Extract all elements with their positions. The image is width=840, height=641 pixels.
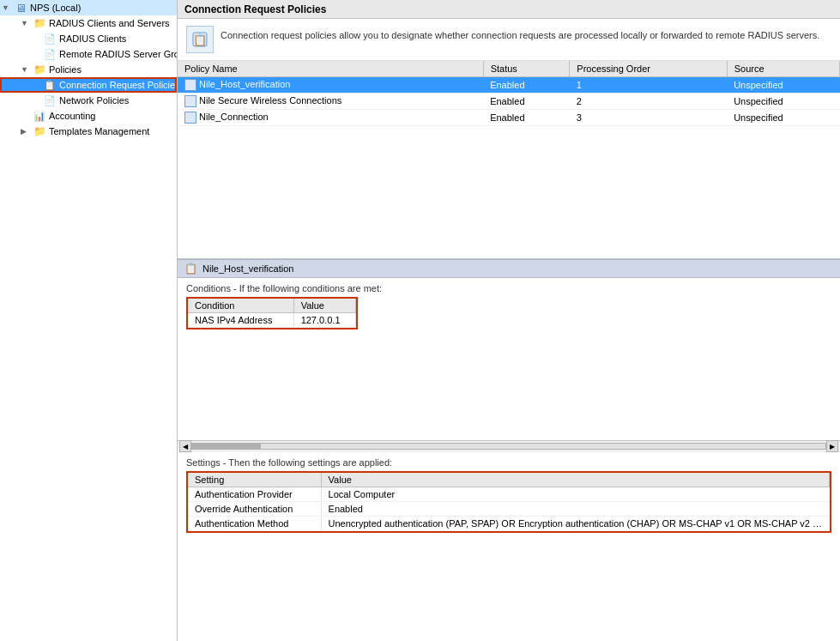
policy-name-cell: Nile Secure Wireless Connections: [178, 94, 483, 110]
sidebar-item-label: Policies: [49, 64, 82, 75]
upper-panel: 📋 Connection request policies allow you …: [178, 19, 840, 259]
scroll-thumb[interactable]: [192, 444, 261, 449]
folder-icon: 📁: [33, 124, 46, 138]
settings-header-row: Setting Value: [188, 473, 830, 487]
lower-area: 📋 Nile_Host_verification Conditions - If…: [178, 259, 840, 641]
computer-icon: 🖥: [14, 1, 27, 15]
order-cell: 1: [570, 77, 727, 94]
scroll-right-btn[interactable]: ▶: [826, 440, 838, 452]
source-cell: Unspecified: [727, 94, 839, 110]
policy-icon: 📋: [43, 78, 57, 92]
table-row[interactable]: Nile Secure Wireless ConnectionsEnabled2…: [178, 94, 840, 110]
settings-section: Settings - Then the following settings a…: [178, 452, 840, 538]
sidebar-item-connection-request-policies[interactable]: 📋 Connection Request Policies: [0, 77, 177, 93]
setting-row: Authentication MethodUnencrypted authent…: [188, 516, 830, 530]
settings-label: Settings - Then the following settings a…: [186, 457, 831, 468]
conditions-table-wrapper: Condition Value NAS IPv4 Address127.0.0.…: [186, 297, 358, 330]
status-cell: Enabled: [483, 110, 570, 126]
policy-section-icon: 📋: [184, 263, 197, 275]
policies-table-container[interactable]: Policy Name Status Processing Order Sour…: [178, 61, 840, 258]
settings-table: Setting Value Authentication ProviderLoc…: [188, 473, 830, 531]
content-area: Connection Request Policies 📋 Connection…: [178, 0, 840, 641]
conditions-scroll-area[interactable]: [178, 336, 840, 440]
bottom-padding: [178, 538, 840, 642]
info-description: Connection request policies allow you to…: [221, 26, 819, 42]
sidebar-item-accounting[interactable]: 📊 Accounting: [0, 108, 177, 124]
item-icon: 📄: [43, 47, 57, 61]
conditions-table: Condition Value NAS IPv4 Address127.0.0.…: [188, 299, 356, 328]
policy-name-cell: Nile_Connection: [178, 110, 483, 126]
col-policy-name: Policy Name: [178, 61, 483, 77]
setting-cell: Authentication Provider: [188, 487, 321, 501]
sidebar-item-nps-local[interactable]: ▼ 🖥 NPS (Local): [0, 0, 177, 15]
sidebar-item-label: Accounting: [49, 111, 95, 121]
setting-row: Override AuthenticationEnabled: [188, 501, 830, 516]
sidebar-item-network-policies[interactable]: 📄 Network Policies: [0, 93, 177, 108]
condition-value-cell: 127.0.0.1: [293, 313, 355, 328]
info-bar: 📋 Connection request policies allow you …: [178, 19, 840, 61]
sidebar-item-templates-management[interactable]: ▶ 📁 Templates Management: [0, 124, 177, 139]
sidebar-item-label: NPS (Local): [30, 3, 81, 13]
content-title: Connection Request Policies: [184, 3, 326, 15]
selected-policy-header: 📋 Nile_Host_verification: [178, 259, 840, 278]
scroll-left-btn[interactable]: ◀: [179, 440, 191, 452]
sidebar-item-label: Network Policies: [59, 95, 129, 106]
policy-row-icon: [184, 112, 196, 124]
status-cell: Enabled: [483, 77, 570, 94]
item-icon: 📄: [43, 32, 57, 45]
sidebar-item-label: RADIUS Clients: [59, 33, 126, 44]
table-row[interactable]: Nile_ConnectionEnabled3Unspecified: [178, 110, 840, 126]
sidebar-item-label: Templates Management: [49, 126, 149, 136]
sidebar-item-radius-clients[interactable]: 📄 RADIUS Clients: [0, 31, 177, 46]
sidebar-item-policies[interactable]: ▼ 📁 Policies: [0, 62, 177, 77]
setting-value-cell: Unencrypted authentication (PAP, SPAP) O…: [321, 516, 829, 530]
conditions-col-condition: Condition: [188, 299, 293, 313]
sidebar-item-label: RADIUS Clients and Servers: [49, 18, 170, 28]
accounting-icon: 📊: [33, 109, 46, 123]
conditions-col-value: Value: [293, 299, 355, 313]
svg-text:📋: 📋: [193, 33, 208, 47]
info-icon: 📋: [186, 26, 214, 53]
setting-cell: Override Authentication: [188, 501, 321, 516]
sidebar: ▼ 🖥 NPS (Local) ▼ 📁 RADIUS Clients and S…: [0, 0, 178, 641]
policy-row-icon: [184, 95, 196, 107]
sidebar-item-label: Remote RADIUS Server Groups: [59, 49, 178, 59]
sidebar-item-radius-clients-servers[interactable]: ▼ 📁 RADIUS Clients and Servers: [0, 15, 177, 31]
setting-value-cell: Local Computer: [321, 487, 829, 501]
policies-table: Policy Name Status Processing Order Sour…: [178, 61, 840, 126]
setting-cell: Authentication Method: [188, 516, 321, 530]
sidebar-item-label: Connection Request Policies: [59, 80, 178, 90]
source-cell: Unspecified: [727, 77, 839, 94]
table-row[interactable]: Nile_Host_verificationEnabled1Unspecifie…: [178, 77, 840, 94]
folder-icon: 📁: [33, 16, 46, 30]
conditions-header-row: Condition Value: [188, 299, 356, 313]
settings-table-wrapper: Setting Value Authentication ProviderLoc…: [186, 471, 831, 533]
settings-col-value: Value: [321, 473, 829, 487]
order-cell: 2: [570, 94, 727, 110]
col-status: Status: [483, 61, 570, 77]
scroll-track[interactable]: [191, 443, 826, 450]
setting-row: Authentication ProviderLocal Computer: [188, 487, 830, 501]
status-cell: Enabled: [483, 94, 570, 110]
horizontal-scrollbar[interactable]: ◀ ▶: [178, 440, 840, 452]
settings-col-setting: Setting: [188, 473, 321, 487]
table-header-row: Policy Name Status Processing Order Sour…: [178, 61, 840, 77]
sidebar-item-remote-radius[interactable]: 📄 Remote RADIUS Server Groups: [0, 46, 177, 62]
folder-icon: 📁: [33, 63, 46, 76]
col-processing-order: Processing Order: [570, 61, 727, 77]
policy-name-cell: Nile_Host_verification: [178, 77, 483, 94]
conditions-label: Conditions - If the following conditions…: [186, 283, 831, 293]
condition-cell: NAS IPv4 Address: [188, 313, 293, 328]
selected-policy-name: Nile_Host_verification: [202, 263, 293, 274]
source-cell: Unspecified: [727, 110, 839, 126]
content-header: Connection Request Policies: [178, 0, 840, 19]
conditions-section: Conditions - If the following conditions…: [178, 278, 840, 336]
condition-row: NAS IPv4 Address127.0.0.1: [188, 313, 356, 328]
setting-value-cell: Enabled: [321, 501, 829, 516]
col-source: Source: [727, 61, 839, 77]
policy-row-icon: [184, 79, 196, 91]
order-cell: 3: [570, 110, 727, 126]
item-icon: 📄: [43, 94, 57, 107]
